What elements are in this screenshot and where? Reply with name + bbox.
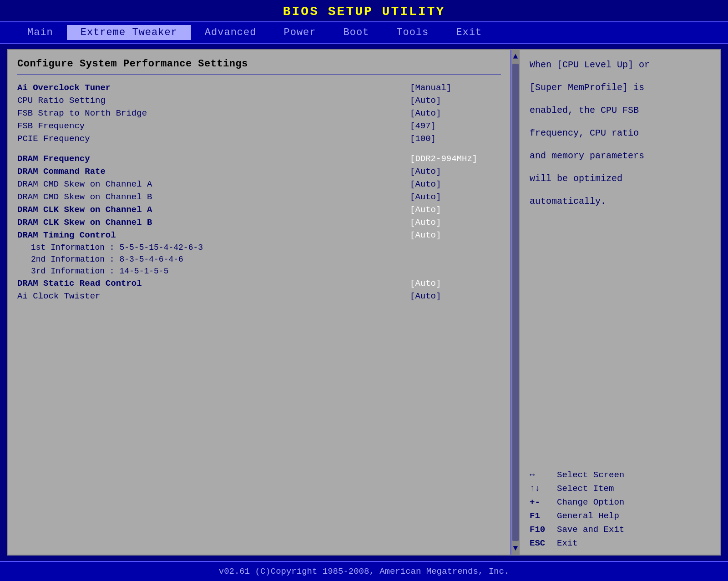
key-sym: +- [530, 497, 557, 507]
key-desc: General Help [557, 511, 619, 521]
setting-value: [Auto] [410, 217, 501, 227]
menu-item-advanced[interactable]: Advanced [191, 25, 270, 40]
setting-row[interactable]: FSB Frequency [497] [17, 120, 501, 132]
scrollbar[interactable]: ▲ ▼ [511, 50, 520, 555]
setting-label: DRAM CLK Skew on Channel A [17, 205, 152, 215]
setting-row[interactable]: DRAM CMD Skew on Channel B [Auto] [17, 191, 501, 203]
key-sym: ESC [530, 538, 557, 548]
footer-text: v02.61 (C)Copyright 1985-2008, American … [219, 566, 510, 576]
right-panel: When [CPU Level Up] or [Super MemProfile… [520, 50, 720, 555]
setting-row[interactable]: Ai Clock Twister [Auto] [17, 290, 501, 303]
setting-row[interactable]: DRAM CMD Skew on Channel A [Auto] [17, 178, 501, 191]
help-section: When [CPU Level Up] or [Super MemProfile… [530, 58, 710, 217]
setting-label: DRAM Static Read Control [17, 278, 142, 288]
setting-label: DRAM CMD Skew on Channel B [17, 192, 152, 202]
footer: v02.61 (C)Copyright 1985-2008, American … [0, 561, 728, 581]
key-row-esc-exit: ESC Exit [530, 536, 710, 550]
menu-item-extreme-tweaker[interactable]: Extreme Tweaker [67, 25, 191, 40]
info-line-1: 1st Information : 5-5-5-15-4-42-6-3 [17, 242, 501, 253]
setting-row[interactable]: CPU Ratio Setting [Auto] [17, 94, 501, 107]
setting-row[interactable]: PCIE Frequency [100] [17, 132, 501, 145]
help-line-0: When [CPU Level Up] or [530, 58, 710, 72]
setting-label: FSB Strap to North Bridge [17, 108, 147, 118]
key-row-change-option: +- Change Option [530, 495, 710, 509]
menu-item-exit[interactable]: Exit [442, 25, 495, 40]
setting-value: [Auto] [410, 179, 501, 189]
setting-row[interactable]: DRAM Static Read Control [Auto] [17, 277, 501, 290]
setting-label: DRAM CMD Skew on Channel A [17, 179, 152, 189]
key-sym: F10 [530, 525, 557, 535]
setting-row[interactable]: FSB Strap to North Bridge [Auto] [17, 107, 501, 120]
key-row-select-screen: ↔ Select Screen [530, 468, 710, 482]
key-row-select-item: ↑↓ Select Item [530, 482, 710, 495]
divider [17, 74, 501, 75]
setting-value: [Auto] [410, 192, 501, 202]
help-line-5: will be optimized [530, 172, 710, 186]
setting-value: [Auto] [410, 205, 501, 215]
key-sym: ↔ [530, 470, 557, 480]
menu-item-boot[interactable]: Boot [330, 25, 383, 40]
setting-value: [Manual] [410, 83, 501, 93]
key-desc: Select Item [557, 484, 614, 494]
setting-row[interactable]: DRAM Command Rate [Auto] [17, 165, 501, 178]
setting-row[interactable]: DRAM Frequency [DDR2-994MHz] [17, 152, 501, 165]
help-line-6: automatically. [530, 195, 710, 208]
left-panel: Configure System Performance Settings Ai… [8, 50, 511, 555]
info-line-3: 3rd Information : 14-5-1-5-5 [17, 265, 501, 277]
scroll-down-arrow[interactable]: ▼ [512, 542, 519, 555]
setting-label: Ai Clock Twister [17, 291, 100, 301]
scroll-up-arrow[interactable]: ▲ [512, 50, 519, 63]
setting-row[interactable]: DRAM CLK Skew on Channel B [Auto] [17, 216, 501, 229]
scroll-thumb[interactable] [512, 64, 519, 541]
setting-value: [100] [410, 134, 501, 144]
setting-value: [Auto] [410, 96, 501, 106]
setting-label: DRAM CLK Skew on Channel B [17, 217, 152, 227]
menu-item-main[interactable]: Main [14, 25, 67, 40]
key-sym: ↑↓ [530, 484, 557, 494]
menu-item-power[interactable]: Power [270, 25, 329, 40]
setting-label: CPU Ratio Setting [17, 96, 106, 106]
setting-value: [497] [410, 121, 501, 131]
setting-row[interactable]: Ai Overclock Tuner [Manual] [17, 81, 501, 94]
key-desc: Exit [557, 538, 578, 548]
menu-bar: Main Extreme Tweaker Advanced Power Boot… [0, 21, 728, 44]
help-line-3: frequency, CPU ratio [530, 126, 710, 140]
title-bar: BIOS SETUP UTILITY [0, 0, 728, 21]
title-text: BIOS SETUP UTILITY [283, 5, 445, 19]
setting-label: Ai Overclock Tuner [17, 83, 111, 93]
help-line-1: [Super MemProfile] is [530, 81, 710, 95]
keybindings-section: ↔ Select Screen ↑↓ Select Item +- Change… [530, 459, 710, 550]
section-title: Configure System Performance Settings [17, 58, 501, 70]
info-line-2: 2nd Information : 8-3-5-4-6-4-6 [17, 253, 501, 265]
key-desc: Select Screen [557, 470, 624, 480]
key-row-save-exit: F10 Save and Exit [530, 523, 710, 536]
setting-value: [Auto] [410, 278, 501, 288]
setting-row[interactable]: DRAM Timing Control [Auto] [17, 229, 501, 242]
setting-label: DRAM Command Rate [17, 167, 106, 177]
setting-value: [DDR2-994MHz] [410, 154, 501, 164]
setting-label: FSB Frequency [17, 121, 85, 131]
help-line-2: enabled, the CPU FSB [530, 104, 710, 117]
key-desc: Save and Exit [557, 525, 624, 535]
main-content: Configure System Performance Settings Ai… [7, 49, 721, 556]
setting-value: [Auto] [410, 108, 501, 118]
key-row-general-help: F1 General Help [530, 509, 710, 523]
bios-window: BIOS SETUP UTILITY Main Extreme Tweaker … [0, 0, 728, 581]
setting-value: [Auto] [410, 167, 501, 177]
menu-item-tools[interactable]: Tools [383, 25, 442, 40]
key-sym: F1 [530, 511, 557, 521]
help-line-4: and memory parameters [530, 149, 710, 163]
key-desc: Change Option [557, 497, 624, 507]
setting-value: [Auto] [410, 291, 501, 301]
setting-label: DRAM Timing Control [17, 230, 116, 240]
setting-label: DRAM Frequency [17, 154, 90, 164]
setting-value: [Auto] [410, 230, 501, 240]
setting-row[interactable]: DRAM CLK Skew on Channel A [Auto] [17, 203, 501, 216]
setting-label: PCIE Frequency [17, 134, 90, 144]
